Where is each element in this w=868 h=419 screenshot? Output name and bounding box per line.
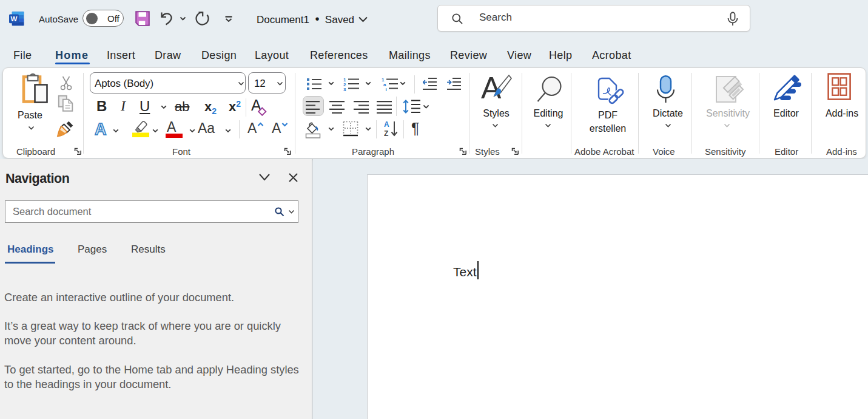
svg-text:3: 3 (343, 87, 346, 92)
svg-text:Z: Z (384, 129, 388, 137)
svg-text:W: W (11, 15, 18, 22)
svg-text:A: A (95, 120, 107, 138)
svg-text:A: A (384, 120, 389, 129)
svg-text:i: i (386, 87, 387, 92)
